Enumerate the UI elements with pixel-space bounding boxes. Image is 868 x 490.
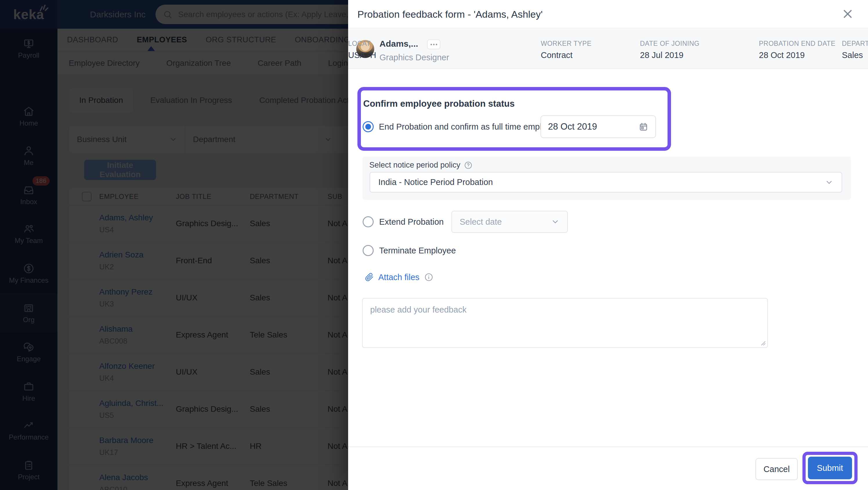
- feedback-field: [362, 298, 768, 348]
- attach-files-link[interactable]: Attach files: [378, 272, 420, 282]
- info-field-label: DATE OF JOINING: [640, 40, 700, 47]
- employee-fields: WORKER TYPE Contract DATE OF JOINING 28 …: [348, 29, 868, 68]
- paperclip-icon[interactable]: [365, 273, 374, 282]
- chevron-down-icon: [551, 218, 560, 226]
- info-field-value: 28 Jul 2019: [640, 51, 683, 60]
- extend-date-placeholder: Select date: [460, 217, 502, 227]
- info-field-value: 28 Oct 2019: [759, 51, 805, 60]
- drawer-footer: Cancel Submit: [348, 447, 868, 490]
- confirm-status-heading: Confirm employee probation status: [363, 99, 515, 109]
- probation-feedback-drawer: Probation feedback form - 'Adams, Ashley…: [348, 0, 868, 490]
- extend-probation-option: Extend Probation Select date: [363, 209, 568, 234]
- cancel-button[interactable]: Cancel: [755, 458, 798, 480]
- notice-policy-value: India - Notice Period Probation: [378, 177, 493, 187]
- info-field-label: WORKER TYPE: [541, 40, 592, 47]
- submit-button[interactable]: Submit: [808, 457, 852, 479]
- confirmation-date-input[interactable]: [548, 121, 629, 132]
- end-probation-label: End Probation and confirm as full time e…: [379, 122, 560, 132]
- info-field-label: DEPARTMENT: [842, 40, 868, 47]
- attach-files-row: Attach files: [365, 270, 433, 284]
- chevron-down-icon: [825, 178, 834, 187]
- terminate-employee-radio[interactable]: [363, 245, 374, 256]
- feedback-textarea[interactable]: [362, 298, 768, 348]
- submit-highlight-ring: Submit: [802, 452, 858, 484]
- calendar-icon[interactable]: [638, 121, 649, 132]
- app-screen: keka Darksiders Inc Home Me: [0, 0, 868, 490]
- terminate-employee-option: Terminate Employee: [363, 245, 456, 256]
- confirm-status-highlight-box: Confirm employee probation status End Pr…: [358, 87, 671, 151]
- close-icon[interactable]: [842, 8, 854, 20]
- info-field-value: USA -H: [348, 51, 376, 60]
- notice-policy-dropdown[interactable]: India - Notice Period Probation: [370, 172, 842, 193]
- extend-date-dropdown[interactable]: Select date: [452, 211, 568, 233]
- resize-handle-icon[interactable]: [761, 340, 766, 346]
- notice-policy-label: Select notice period policy: [369, 161, 460, 170]
- employee-info-bar: Adams,... Graphics Designer WORKER TYPE …: [348, 29, 868, 69]
- drawer-header: Probation feedback form - 'Adams, Ashley…: [348, 0, 868, 28]
- info-field-value: Contract: [541, 51, 573, 60]
- end-probation-radio[interactable]: [363, 121, 374, 132]
- terminate-employee-label: Terminate Employee: [379, 246, 456, 255]
- drawer-title: Probation feedback form - 'Adams, Ashley…: [358, 9, 543, 20]
- extend-probation-label: Extend Probation: [379, 217, 443, 227]
- info-icon[interactable]: [424, 272, 433, 282]
- confirmation-date-field[interactable]: [540, 116, 656, 138]
- end-probation-option: End Probation and confirm as full time e…: [363, 121, 560, 132]
- notice-policy-section: Select notice period policy India - Noti…: [362, 157, 851, 200]
- extend-probation-radio[interactable]: [363, 216, 374, 227]
- info-field-label: LOCAT: [348, 40, 370, 47]
- info-field-value: Sales: [842, 51, 863, 60]
- info-field-label: PROBATION END DATE: [759, 40, 836, 47]
- help-icon[interactable]: [464, 161, 473, 170]
